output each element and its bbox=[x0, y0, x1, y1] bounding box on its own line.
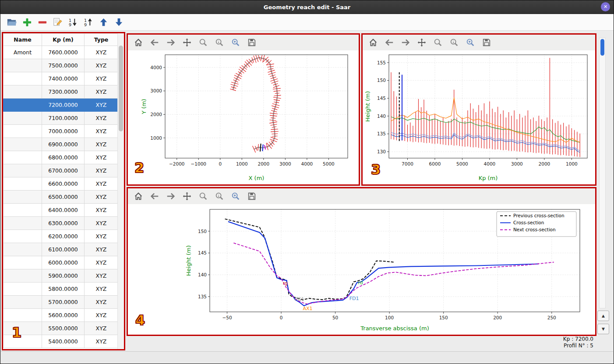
profile-scrollbar[interactable] bbox=[599, 38, 606, 308]
svg-text:200: 200 bbox=[493, 315, 502, 320]
zoom-button[interactable] bbox=[198, 37, 208, 48]
cell-type: XYZ bbox=[85, 138, 118, 151]
cell-name bbox=[4, 269, 42, 283]
svg-text:135: 135 bbox=[198, 294, 207, 299]
cell-kp: 5600.0000 bbox=[42, 309, 85, 322]
cross-section-chart[interactable]: −50050100150200250135140145150Transverse… bbox=[128, 204, 595, 335]
table-row[interactable]: 6200.0000XYZ bbox=[4, 230, 118, 243]
table-row[interactable]: 7000.0000XYZ bbox=[4, 125, 118, 138]
cell-name bbox=[4, 191, 42, 204]
profil-number-label: Profil N° : 5 bbox=[563, 343, 593, 349]
svg-text:−1000: −1000 bbox=[191, 161, 207, 166]
cell-name bbox=[4, 283, 42, 296]
profile-scrollbar-thumb[interactable] bbox=[600, 39, 604, 56]
zoom-rect-button[interactable] bbox=[465, 37, 476, 48]
cell-type: XYZ bbox=[85, 230, 118, 243]
save-button[interactable] bbox=[247, 191, 257, 201]
sort-descending-icon: 1 9 bbox=[68, 17, 78, 27]
save-button[interactable] bbox=[247, 37, 257, 48]
magnifier-plus-icon bbox=[231, 38, 240, 47]
forward-button[interactable] bbox=[166, 37, 176, 48]
cell-name bbox=[4, 112, 42, 125]
zoom-info-button[interactable] bbox=[449, 37, 459, 48]
table-row[interactable]: 6000.0000XYZ bbox=[4, 256, 118, 269]
cell-type: XYZ bbox=[85, 177, 118, 191]
svg-text:130: 130 bbox=[377, 149, 386, 154]
table-row[interactable]: 6900.0000XYZ bbox=[4, 138, 118, 151]
table-row[interactable]: 6300.0000XYZ bbox=[4, 217, 118, 230]
previous-profile-button[interactable]: ▲ bbox=[597, 311, 609, 321]
pan-button[interactable] bbox=[416, 37, 427, 48]
back-button[interactable] bbox=[384, 37, 395, 48]
table-row[interactable]: 5800.0000XYZ bbox=[4, 283, 118, 296]
sort-ascending-button[interactable]: 1 9 bbox=[82, 17, 94, 28]
table-row[interactable]: 5900.0000XYZ bbox=[4, 269, 118, 283]
table-row[interactable]: 7400.0000XYZ bbox=[4, 72, 118, 85]
title-bar: Geometry reach edit - Saar ✕ bbox=[0, 0, 614, 14]
table-row[interactable]: 6500.0000XYZ bbox=[4, 191, 118, 204]
add-cross-section-button[interactable] bbox=[21, 17, 32, 28]
delete-cross-section-button[interactable] bbox=[36, 17, 48, 28]
home-button[interactable] bbox=[133, 37, 144, 48]
back-arrow-icon bbox=[150, 38, 159, 47]
move-up-button[interactable] bbox=[98, 17, 109, 28]
back-button[interactable] bbox=[149, 191, 160, 201]
svg-text:1000: 1000 bbox=[236, 161, 248, 166]
open-folder-icon bbox=[7, 17, 17, 27]
back-button[interactable] bbox=[149, 37, 160, 48]
table-row[interactable]: 5600.0000XYZ bbox=[4, 309, 118, 322]
cross-sections-table-body: Amont7600.0000XYZ7500.0000XYZ7400.0000XY… bbox=[4, 46, 118, 348]
forward-button[interactable] bbox=[166, 191, 176, 201]
save-button[interactable] bbox=[481, 37, 492, 48]
magnifier-icon bbox=[198, 38, 208, 47]
table-row[interactable]: 7300.0000XYZ bbox=[4, 85, 118, 99]
pan-button[interactable] bbox=[182, 191, 192, 201]
svg-text:7000: 7000 bbox=[402, 161, 413, 166]
table-scrollbar-thumb[interactable] bbox=[119, 46, 123, 131]
table-row[interactable]: 7200.0000XYZ bbox=[4, 99, 118, 112]
open-button[interactable] bbox=[6, 17, 17, 28]
save-floppy-icon bbox=[247, 191, 257, 201]
table-row[interactable]: 6100.0000XYZ bbox=[4, 243, 118, 256]
zoom-button[interactable] bbox=[198, 191, 208, 201]
plan-view-chart[interactable]: −2000−1000010002000300040005000100020003… bbox=[128, 50, 359, 184]
cell-kp: 6300.0000 bbox=[42, 217, 85, 230]
svg-text:145: 145 bbox=[198, 250, 207, 255]
svg-text:X (m): X (m) bbox=[249, 175, 265, 181]
table-row[interactable]: Amont7600.0000XYZ bbox=[4, 46, 118, 59]
cell-name bbox=[4, 335, 42, 348]
svg-text:2000: 2000 bbox=[539, 161, 550, 166]
zoom-info-button[interactable] bbox=[214, 37, 225, 48]
zoom-button[interactable] bbox=[433, 37, 443, 48]
sort-descending-button[interactable]: 1 9 bbox=[67, 17, 78, 28]
forward-button[interactable] bbox=[400, 37, 411, 48]
zoom-info-button[interactable] bbox=[214, 191, 225, 201]
home-button[interactable] bbox=[368, 37, 378, 48]
cell-name bbox=[4, 217, 42, 230]
longitudinal-profile-chart[interactable]: 7000600050004000300020001000130135140145… bbox=[363, 50, 595, 184]
cell-name bbox=[4, 164, 42, 177]
annotation-AX1: AX1 bbox=[303, 306, 312, 311]
column-header-type: Type bbox=[85, 34, 118, 46]
cell-type: XYZ bbox=[85, 164, 118, 177]
pan-button[interactable] bbox=[182, 37, 192, 48]
move-down-button[interactable] bbox=[113, 17, 124, 28]
cell-type: XYZ bbox=[85, 59, 118, 72]
table-row[interactable]: 6600.0000XYZ bbox=[4, 177, 118, 191]
table-row[interactable]: 6700.0000XYZ bbox=[4, 164, 118, 177]
cell-kp: 6700.0000 bbox=[42, 164, 85, 177]
next-profile-button[interactable]: ▼ bbox=[597, 324, 609, 334]
table-scrollbar[interactable] bbox=[117, 33, 124, 349]
table-row[interactable]: 7100.0000XYZ bbox=[4, 112, 118, 125]
table-row[interactable]: 5700.0000XYZ bbox=[4, 296, 118, 309]
zoom-rect-button[interactable] bbox=[230, 37, 241, 48]
zoom-rect-button[interactable] bbox=[230, 191, 241, 201]
kp-label: Kp : 7200.0 bbox=[563, 336, 593, 343]
table-row[interactable]: 7500.0000XYZ bbox=[4, 59, 118, 72]
table-row[interactable]: 6800.0000XYZ bbox=[4, 151, 118, 164]
close-button[interactable]: ✕ bbox=[601, 2, 610, 11]
edit-cross-section-button[interactable] bbox=[52, 17, 63, 28]
table-row[interactable]: 6400.0000XYZ bbox=[4, 204, 118, 217]
home-button[interactable] bbox=[133, 191, 144, 201]
arrow-down-icon bbox=[114, 17, 124, 27]
